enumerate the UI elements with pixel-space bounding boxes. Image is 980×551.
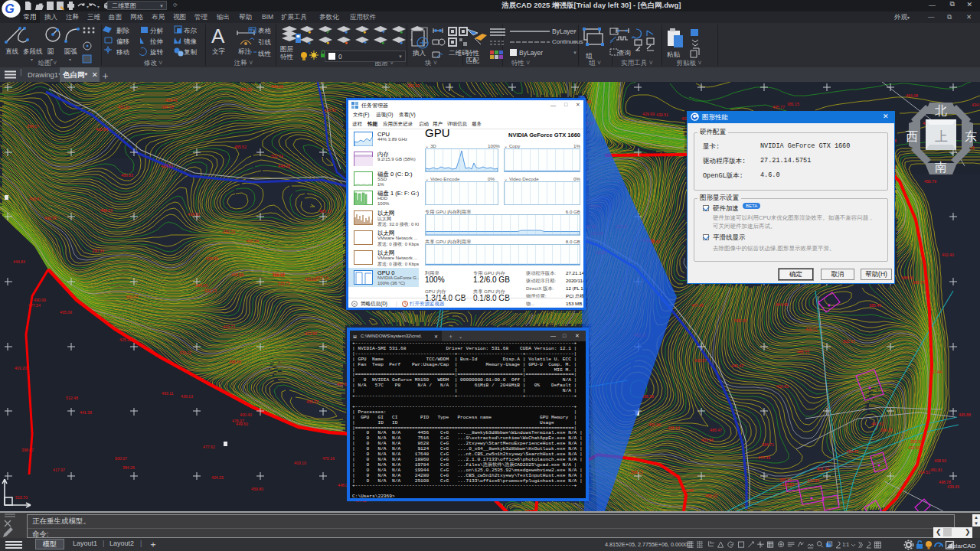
svg-text:392.92: 392.92: [407, 83, 420, 88]
svg-text:446.05: 446.05: [271, 84, 283, 89]
svg-text:删除: 删除: [116, 27, 130, 34]
svg-text:●: ●: [308, 40, 311, 45]
svg-text:512.48: 512.48: [66, 396, 78, 400]
svg-text:✦: ✦: [381, 29, 386, 34]
svg-text:500.07: 500.07: [115, 456, 127, 461]
svg-text:418.81: 418.81: [29, 197, 41, 201]
svg-text:圆: 圆: [47, 47, 54, 55]
svg-text:●: ●: [345, 29, 348, 34]
svg-text:502.74: 502.74: [271, 154, 283, 158]
svg-text:●: ●: [381, 40, 384, 45]
svg-text:439.13: 439.13: [181, 394, 193, 399]
svg-text:▾: ▾: [51, 57, 53, 62]
svg-text:488.00: 488.00: [901, 276, 913, 280]
svg-text:410.34: 410.34: [247, 239, 259, 243]
svg-text:上: 上: [935, 129, 948, 144]
svg-text:431.37: 431.37: [126, 295, 139, 299]
svg-text:398.07: 398.07: [21, 448, 34, 452]
svg-text:459.74: 459.74: [223, 230, 235, 234]
svg-text:▾: ▾: [69, 57, 71, 62]
svg-text:●: ●: [400, 40, 403, 45]
svg-text:西: 西: [906, 130, 918, 143]
svg-text:多段线: 多段线: [23, 47, 43, 55]
svg-text:470.16: 470.16: [322, 456, 335, 461]
svg-text:384.26: 384.26: [122, 465, 135, 470]
svg-text:394.17: 394.17: [27, 124, 39, 129]
svg-text:南: 南: [935, 161, 947, 174]
svg-text:400.60: 400.60: [776, 384, 789, 389]
svg-text:400.89: 400.89: [96, 127, 108, 132]
svg-text:402.40: 402.40: [942, 253, 954, 257]
svg-text:+: +: [950, 150, 954, 158]
svg-text:483.86: 483.86: [305, 277, 317, 282]
svg-text:拉伸: 拉伸: [149, 37, 163, 45]
svg-text:图层: 图层: [280, 45, 294, 53]
svg-text:486.83: 486.83: [121, 173, 133, 178]
svg-text:429.99: 429.99: [642, 112, 655, 116]
svg-text:粘贴: 粘贴: [667, 51, 681, 58]
svg-text:399.26: 399.26: [880, 428, 893, 432]
svg-text:415.86: 415.86: [681, 488, 694, 493]
svg-text:417.97: 417.97: [53, 468, 65, 472]
svg-text:455.39: 455.39: [705, 494, 717, 498]
svg-text:标注: 标注: [238, 47, 252, 55]
svg-text:490.99: 490.99: [34, 298, 46, 302]
svg-text:408.60: 408.60: [934, 458, 946, 463]
svg-text:380.79: 380.79: [913, 280, 925, 285]
svg-text:420.51: 420.51: [805, 327, 818, 331]
svg-text:493.11: 493.11: [162, 391, 174, 396]
svg-text:394.50: 394.50: [195, 283, 207, 288]
svg-text:403.20: 403.20: [15, 366, 27, 370]
svg-text:东: 东: [965, 130, 977, 143]
svg-text:412.92: 412.92: [305, 331, 317, 336]
svg-text:514.51: 514.51: [918, 470, 930, 474]
svg-text:复制: 复制: [184, 48, 198, 56]
svg-text:384.71: 384.71: [762, 442, 774, 447]
svg-text:●: ●: [400, 29, 403, 34]
svg-text:448.03: 448.03: [100, 208, 113, 213]
svg-text:429.95: 429.95: [44, 216, 57, 220]
svg-text:461.81: 461.81: [930, 468, 942, 472]
svg-text:515.70: 515.70: [15, 495, 28, 500]
svg-text:文字: 文字: [212, 47, 226, 55]
svg-text:插入: 插入: [412, 49, 426, 57]
svg-text:✦: ✦: [363, 40, 368, 45]
svg-text:456.79: 456.79: [924, 179, 936, 184]
svg-text:▾: ▾: [31, 57, 33, 62]
svg-text:G: G: [5, 2, 14, 15]
svg-text:429.63: 429.63: [161, 164, 173, 168]
svg-text:北: 北: [935, 104, 947, 117]
svg-text:386.58: 386.58: [162, 105, 174, 109]
svg-text:477.62: 477.62: [203, 445, 215, 449]
svg-text:477.46: 477.46: [691, 303, 704, 308]
svg-text:444.49: 444.49: [776, 302, 788, 307]
svg-text:414.32: 414.32: [324, 108, 336, 112]
svg-text:●: ●: [326, 40, 329, 45]
svg-text:432.13: 432.13: [204, 289, 217, 293]
svg-text:447.83: 447.83: [871, 422, 884, 426]
svg-text:引线: 引线: [258, 38, 272, 46]
svg-text:482.57: 482.57: [118, 105, 130, 109]
svg-text:455.97: 455.97: [306, 399, 318, 404]
svg-text:470.46: 470.46: [206, 256, 218, 261]
svg-text:393.90: 393.90: [910, 439, 923, 444]
svg-text:●: ●: [308, 29, 311, 34]
svg-text:A: A: [211, 24, 225, 47]
svg-text:385.46: 385.46: [869, 303, 881, 308]
svg-text:510.04: 510.04: [273, 272, 285, 276]
svg-text:414.50: 414.50: [188, 212, 200, 217]
svg-text:495.88: 495.88: [959, 412, 971, 417]
svg-text:430.51: 430.51: [656, 112, 668, 117]
svg-text:496.29: 496.29: [240, 87, 252, 92]
svg-text:515.75: 515.75: [278, 281, 290, 285]
svg-text:403.10: 403.10: [294, 461, 306, 465]
svg-text:403.17: 403.17: [319, 209, 332, 214]
svg-text:●: ●: [363, 29, 366, 34]
svg-text:分解: 分解: [150, 27, 164, 34]
svg-text:圆弧: 圆弧: [64, 47, 78, 55]
svg-text:502.17: 502.17: [843, 339, 855, 344]
svg-text:459.80: 459.80: [251, 487, 263, 491]
svg-text:400.40: 400.40: [240, 412, 252, 417]
svg-text:474.49: 474.49: [758, 455, 770, 460]
svg-text:镜像: 镜像: [183, 37, 198, 45]
